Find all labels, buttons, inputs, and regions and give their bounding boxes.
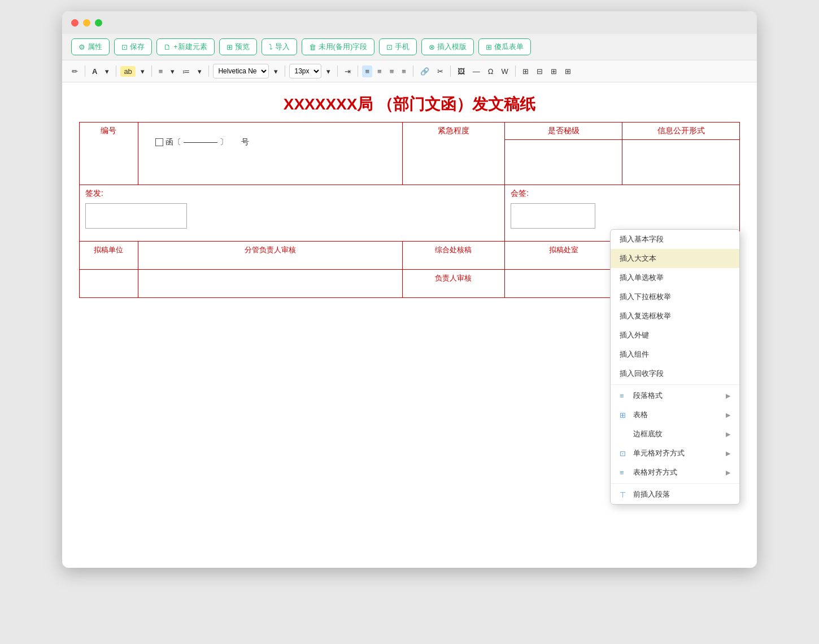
font-family-select[interactable]: Helvetica Ne <box>213 64 269 78</box>
biaohao-label: 编号 <box>101 126 116 135</box>
highlight-button[interactable]: ab <box>120 66 135 77</box>
table4-button[interactable]: ⊞ <box>562 65 574 77</box>
mobile-button[interactable]: ⊡ 手机 <box>379 38 417 55</box>
close-button[interactable] <box>71 19 79 27</box>
text-format-button[interactable]: A <box>89 65 100 77</box>
link-button[interactable]: 🔗 <box>417 65 432 77</box>
align-center-button[interactable]: ≡ <box>374 65 385 77</box>
maximize-button[interactable] <box>95 19 102 27</box>
cm-table-label: 表格 <box>633 410 648 420</box>
preview-button[interactable]: ⊞ 预览 <box>219 38 257 55</box>
align-justify-button[interactable]: ≡ <box>399 65 409 77</box>
checkbox-icon[interactable] <box>155 138 163 146</box>
dash-button[interactable]: — <box>470 65 483 77</box>
unused-fields-icon: 🗑 <box>309 43 316 51</box>
link2-button[interactable]: ✂ <box>434 65 446 77</box>
cm-insert-large-text[interactable]: 插入大文本 <box>611 249 739 268</box>
table3-button[interactable]: ⊞ <box>548 65 560 77</box>
form-table-button[interactable]: ⊞ 傻瓜表单 <box>478 38 531 55</box>
cm-insert-basic-field[interactable]: 插入基本字段 <box>611 230 739 249</box>
cm-insert-para-before[interactable]: ⊤ 前插入段落 <box>611 485 739 504</box>
word-button[interactable]: W <box>499 65 511 77</box>
cm-insert-component-label: 插入组件 <box>620 349 649 360</box>
cm-cell-align-arrow: ▶ <box>726 450 730 457</box>
cm-insert-dropdown[interactable]: 插入下拉框枚举 <box>611 287 739 306</box>
cm-insert-component[interactable]: 插入组件 <box>611 345 739 364</box>
cm-cell-align[interactable]: ⊡ 单元格对齐方式 ▶ <box>611 444 739 463</box>
app-window: ⚙ 属性 ⊡ 保存 🗋 +新建元素 ⊞ 预览 ⤵ 导入 🗑 未用(备用)字段 ⊡… <box>62 11 757 568</box>
cm-border-bg[interactable]: 边框底纹 ▶ <box>611 424 739 444</box>
nigaochushi-label: 拟稿处室 <box>549 246 578 254</box>
han-label: 函〔 <box>165 137 181 147</box>
cm-table-align[interactable]: ≡ 表格对齐方式 ▶ <box>611 463 739 482</box>
table-align-icon: ≡ <box>620 468 629 477</box>
properties-button[interactable]: ⚙ 属性 <box>71 38 110 55</box>
font-dropdown[interactable]: ▾ <box>271 65 281 77</box>
table-insert-button[interactable]: ⊞ <box>520 65 532 77</box>
sep9 <box>450 65 451 77</box>
new-element-button[interactable]: 🗋 +新建元素 <box>156 38 215 55</box>
cm-paragraph-format[interactable]: ≡ 段落格式 ▶ <box>611 386 739 405</box>
cm-sep2 <box>611 483 739 484</box>
qianfa-input[interactable] <box>85 203 187 229</box>
list2-button[interactable]: ≔ <box>180 65 193 77</box>
indent-button[interactable]: ⇥ <box>342 65 354 77</box>
list-dropdown[interactable]: ▾ <box>168 65 177 77</box>
han-bracket: 〕 <box>220 137 228 147</box>
cm-table-arrow: ▶ <box>726 411 730 419</box>
form-table-icon: ⊞ <box>486 43 492 51</box>
cm-table-align-label: 表格对齐方式 <box>633 467 677 477</box>
sep5 <box>285 65 285 77</box>
cell-biaohao: 编号 <box>80 122 138 185</box>
cell-nigaochushi: 拟稿处室 <box>505 242 622 270</box>
cm-insert-foreign-key[interactable]: 插入外键 <box>611 326 739 345</box>
titlebar <box>62 11 757 34</box>
sep3 <box>151 65 152 77</box>
cell-r5-1 <box>80 270 138 298</box>
image-button[interactable]: 🖼 <box>455 65 468 77</box>
align-left-button[interactable]: ≡ <box>362 65 372 77</box>
cm-insert-recycle-label: 插入回收字段 <box>620 369 664 379</box>
text-format-dropdown[interactable]: ▾ <box>102 65 112 77</box>
fuzeren-label: 负责人审核 <box>435 274 472 282</box>
cm-table[interactable]: ⊞ 表格 ▶ <box>611 405 739 424</box>
cm-insert-large-text-label: 插入大文本 <box>620 253 656 264</box>
import-button[interactable]: ⤵ 导入 <box>262 38 297 55</box>
save-button[interactable]: ⊡ 保存 <box>114 38 152 55</box>
list-button[interactable]: ≡ <box>156 65 166 77</box>
table2-button[interactable]: ⊟ <box>534 65 546 77</box>
cm-paragraph-arrow: ▶ <box>726 392 730 400</box>
cm-sep1 <box>611 384 739 385</box>
font-size-select[interactable]: 13px <box>289 64 321 78</box>
cell-align-icon: ⊡ <box>620 449 629 458</box>
cm-insert-radio[interactable]: 插入单选枚举 <box>611 268 739 287</box>
cell-nigao: 拟稿单位 <box>80 242 138 270</box>
align-right-button[interactable]: ≡ <box>387 65 397 77</box>
cm-insert-checkbox[interactable]: 插入复选框枚举 <box>611 306 739 326</box>
main-toolbar: ⚙ 属性 ⊡ 保存 🗋 +新建元素 ⊞ 预览 ⤵ 导入 🗑 未用(备用)字段 ⊡… <box>62 34 757 60</box>
list2-dropdown[interactable]: ▾ <box>195 65 204 77</box>
insert-para-icon: ⊤ <box>620 490 629 499</box>
cm-paragraph-format-label: 段落格式 <box>633 391 663 401</box>
insert-template-icon: ⊗ <box>429 43 435 51</box>
cm-insert-recycle[interactable]: 插入回收字段 <box>611 364 739 383</box>
unused-fields-button[interactable]: 🗑 未用(备用)字段 <box>302 38 375 55</box>
huiqian-input[interactable] <box>511 203 595 229</box>
sep7 <box>358 65 358 77</box>
sep6 <box>337 65 338 77</box>
pencil-button[interactable]: ✏ <box>69 65 81 77</box>
han-hao: 号 <box>241 137 249 147</box>
insert-template-button[interactable]: ⊗ 插入模版 <box>421 38 474 55</box>
table-icon: ⊞ <box>620 411 629 419</box>
han-number <box>184 142 217 143</box>
checkbox-han: 函〔 〕 号 <box>155 137 249 147</box>
omega-button[interactable]: Ω <box>485 65 496 77</box>
preview-icon: ⊞ <box>226 43 233 51</box>
minimize-button[interactable] <box>83 19 90 27</box>
sep10 <box>515 65 516 77</box>
cm-border-bg-arrow: ▶ <box>726 431 730 438</box>
fontsize-dropdown[interactable]: ▾ <box>324 65 333 77</box>
table-row: 编号 函〔 〕 号 紧急程度 <box>80 122 740 140</box>
highlight-dropdown[interactable]: ▾ <box>138 65 147 77</box>
paragraph-format-icon: ≡ <box>620 392 629 400</box>
